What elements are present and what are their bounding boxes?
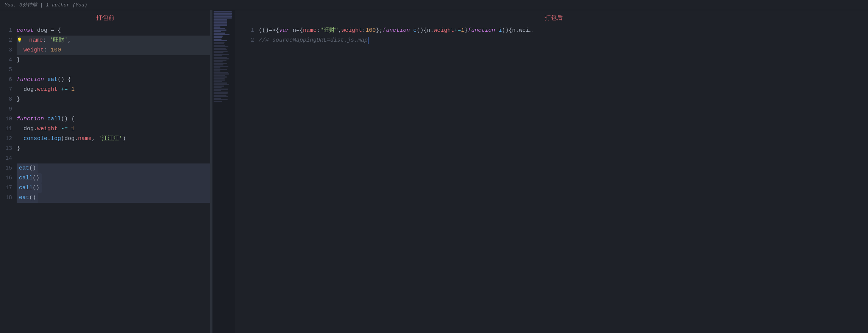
mini-map-line <box>214 93 228 94</box>
right-pane: 打包后 12(()=>{var n={name:"旺财",weight:100}… <box>239 10 868 333</box>
table-row: eat() <box>17 163 210 173</box>
token-op: -= <box>61 124 68 134</box>
mini-map-line <box>214 52 223 53</box>
mini-map-line <box>214 78 225 79</box>
right-pane-label: 打包后 <box>239 10 868 26</box>
token-kw: const <box>17 26 37 36</box>
table-row <box>17 104 210 114</box>
line-numbers: 12 <box>242 26 259 333</box>
mini-map-line <box>214 11 232 12</box>
mini-map-line <box>214 92 228 93</box>
token-purple-fn: function <box>17 114 47 124</box>
mini-map-line <box>214 69 227 70</box>
mini-map-line <box>214 23 227 25</box>
token-plain: , <box>92 134 98 144</box>
token-plain: } <box>464 26 468 36</box>
token-plain: () { <box>61 114 75 124</box>
mini-map-line <box>214 25 227 26</box>
token-plain: }; <box>376 26 382 36</box>
token-purple-fn: function <box>382 26 413 36</box>
token-plain: (dog. <box>61 134 78 144</box>
token-num: 100 <box>365 26 376 36</box>
token-method: console <box>23 134 47 144</box>
token-fn-name: e <box>413 26 417 36</box>
mini-map-line <box>214 76 227 78</box>
table-row: //# sourceMappingURL=dist.js.map <box>259 36 868 45</box>
scrollbar[interactable] <box>235 10 239 333</box>
mini-map-line <box>214 43 224 44</box>
token-purple-fn: function <box>17 75 47 85</box>
line-number: 9 <box>3 104 12 114</box>
token-plain: (()=>{ <box>259 26 279 36</box>
token-plain: () <box>29 195 36 201</box>
mini-map-line <box>214 60 226 61</box>
mini-map-line <box>214 75 225 76</box>
mini-map-line <box>214 67 220 68</box>
token-num: 1 <box>461 26 464 36</box>
mini-map-line <box>214 99 228 100</box>
mini-map-line <box>214 22 227 23</box>
token-num: 1 <box>71 85 75 95</box>
mini-map-line <box>214 34 229 35</box>
line-number: 2 <box>3 36 12 45</box>
mini-map-line <box>214 26 220 28</box>
mini-map-line <box>214 63 227 64</box>
token-prop: weight <box>434 26 454 36</box>
mini-map-line <box>214 66 228 67</box>
token-prop: weight <box>37 85 58 95</box>
line-number: 3 <box>3 45 12 55</box>
token-plain: } <box>17 144 20 154</box>
table-row: dog.weight -= 1 <box>17 124 210 134</box>
mini-map-line <box>214 16 232 17</box>
table-row: dog.weight += 1 <box>17 85 210 95</box>
mini-map-line <box>214 36 223 37</box>
mini-map-line <box>214 51 228 52</box>
editor-container: 打包前 123456789101112131415161718const dog… <box>0 10 868 333</box>
table-row: 💡 name: '旺财', <box>17 36 210 45</box>
token-plain: () { <box>58 75 71 85</box>
line-number: 16 <box>3 173 12 183</box>
left-code-area[interactable]: 123456789101112131415161718const dog = {… <box>0 26 210 333</box>
token-num: 1 <box>71 124 75 134</box>
token-comment: //# sourceMappingURL=dist.js.map <box>259 36 368 45</box>
token-plain: : <box>362 26 365 36</box>
token-plain <box>58 124 61 134</box>
token-plain: , <box>68 36 71 45</box>
mini-map-line <box>214 55 222 56</box>
token-fn-name: eat <box>19 195 29 201</box>
mini-map-line <box>214 39 222 40</box>
mini-map-line <box>214 86 224 87</box>
token-plain: n={ <box>293 26 303 36</box>
mini-map-line <box>214 73 229 75</box>
table-row: } <box>17 55 210 65</box>
mini-map-line <box>214 96 228 97</box>
right-code-area[interactable]: 12(()=>{var n={name:"旺财",weight:100};fun… <box>239 26 868 333</box>
divider[interactable] <box>210 10 212 333</box>
left-pane: 打包前 123456789101112131415161718const dog… <box>0 10 210 333</box>
token-plain: dog = { <box>37 26 61 36</box>
token-op: += <box>454 26 461 36</box>
line-number: 10 <box>3 114 12 124</box>
mini-map-line <box>214 70 220 72</box>
line-numbers: 123456789101112131415161718 <box>0 26 17 333</box>
token-fn-name: eat <box>47 75 58 85</box>
line-number: 5 <box>3 65 12 75</box>
token-plain: : <box>44 45 51 55</box>
token-plain: dog. <box>17 85 37 95</box>
left-pane-label: 打包前 <box>0 10 210 26</box>
token-plain: … <box>529 26 532 36</box>
mini-map-line <box>214 42 225 43</box>
table-row: call() <box>17 173 210 183</box>
token-prop: name <box>29 36 43 45</box>
mini-map-line <box>214 54 229 55</box>
mini-map-line <box>214 89 228 90</box>
token-method: log <box>51 134 61 144</box>
token-fn-name: call <box>19 185 33 191</box>
token-plain: } <box>17 55 20 65</box>
mini-map-line <box>214 46 228 47</box>
token-num: 100 <box>51 45 61 55</box>
token-op: += <box>61 85 68 95</box>
table-row: const dog = { <box>17 26 210 36</box>
mini-map-line <box>214 49 227 50</box>
table-row: } <box>17 95 210 104</box>
